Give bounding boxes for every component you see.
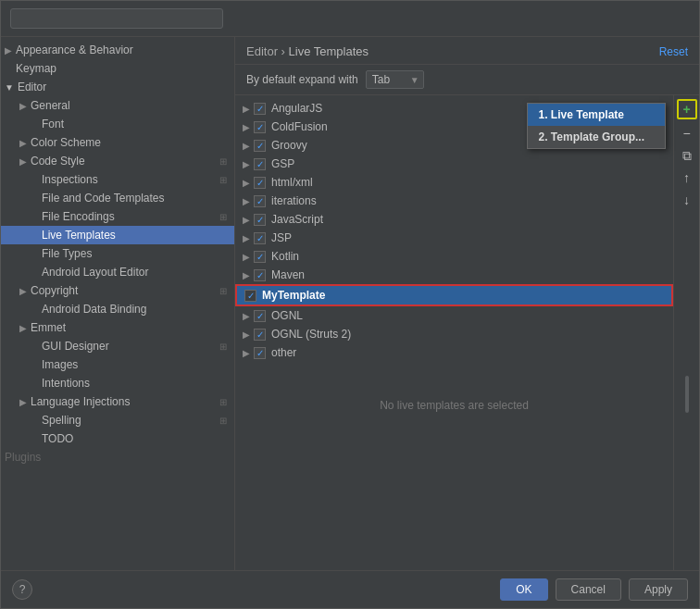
sidebar-item-general[interactable]: ▶ General	[1, 96, 234, 115]
checkbox-kotlin[interactable]	[254, 251, 266, 263]
checkbox-other[interactable]	[254, 347, 266, 359]
sidebar-item-copyright[interactable]: ▶ Copyright ⊞	[1, 281, 234, 300]
sidebar-label: Inspections	[42, 173, 98, 186]
sidebar-item-emmet[interactable]: ▶ Emmet	[1, 318, 234, 337]
sidebar-item-file-encodings[interactable]: File Encodings ⊞	[1, 207, 234, 226]
ok-button[interactable]: OK	[500, 578, 547, 601]
expand-select[interactable]: Tab Enter Space	[366, 70, 424, 89]
badge: ⊞	[219, 212, 227, 222]
help-button[interactable]: ?	[12, 579, 32, 600]
sidebar: ▶ Appearance & Behavior Keymap ▼ Editor …	[1, 37, 235, 570]
main-content: ▶ Appearance & Behavior Keymap ▼ Editor …	[1, 37, 699, 570]
checkbox-mytemplate[interactable]	[244, 290, 256, 302]
sidebar-label: Intentions	[42, 377, 90, 390]
group-label: AngularJS	[271, 102, 322, 115]
remove-button[interactable]: −	[677, 123, 697, 143]
sidebar-item-images[interactable]: Images	[1, 355, 234, 374]
sidebar-label: Emmet	[31, 321, 66, 334]
checkbox-jsp[interactable]	[254, 232, 266, 244]
sidebar-item-lang-injections[interactable]: ▶ Language Injections ⊞	[1, 392, 234, 411]
arrow-icon: ▶	[243, 329, 250, 340]
checkbox-gsp[interactable]	[254, 158, 266, 170]
checkbox-maven[interactable]	[254, 269, 266, 281]
sidebar-item-file-types[interactable]: File Types	[1, 244, 234, 263]
expand-label: By default expand with	[246, 73, 358, 86]
sidebar-label: Editor	[18, 81, 46, 93]
checkbox-coldfusion[interactable]	[254, 121, 266, 133]
template-group-ognl-struts[interactable]: ▶ OGNL (Struts 2)	[235, 325, 673, 343]
template-row-mytemplate[interactable]: MyTemplate	[235, 284, 673, 306]
badge: ⊞	[219, 286, 227, 296]
copy-icon: ⧉	[682, 148, 692, 164]
apply-button[interactable]: Apply	[629, 578, 688, 601]
move-up-button[interactable]: ↑	[677, 168, 697, 188]
template-group-kotlin[interactable]: ▶ Kotlin	[235, 247, 673, 266]
arrow-icon: ▶	[243, 122, 250, 132]
copy-button[interactable]: ⧉	[677, 145, 697, 166]
sidebar-item-color-scheme[interactable]: ▶ Color Scheme	[1, 133, 234, 152]
template-group-gsp[interactable]: ▶ GSP	[235, 155, 673, 173]
sidebar-item-android-layout[interactable]: Android Layout Editor	[1, 263, 234, 281]
sidebar-label: File and Code Templates	[42, 192, 165, 205]
template-group-maven[interactable]: ▶ Maven	[235, 266, 673, 284]
templates-area: ▶ AngularJS ▶ ColdFusion ▶ Groovy	[235, 95, 699, 570]
sidebar-item-live-templates[interactable]: Live Templates	[1, 226, 234, 244]
add-button[interactable]: + 1. Live Template 2. Template Group...	[677, 99, 697, 119]
sidebar-item-code-style[interactable]: ▶ Code Style ⊞	[1, 152, 234, 170]
sidebar-label: Font	[42, 118, 64, 130]
sidebar-item-spelling[interactable]: Spelling ⊞	[1, 411, 234, 429]
breadcrumb: Editor › Live Templates	[246, 44, 369, 58]
sidebar-label: Code Style	[31, 155, 85, 168]
sidebar-item-gui-designer[interactable]: GUI Designer ⊞	[1, 337, 234, 355]
template-group-other[interactable]: ▶ other	[235, 343, 673, 362]
template-group-iterations[interactable]: ▶ iterations	[235, 192, 673, 210]
sidebar-item-plugins[interactable]: Plugins	[1, 448, 234, 466]
dropdown-template-group[interactable]: 2. Template Group...	[528, 126, 665, 148]
arrow-icon: ▶	[19, 286, 27, 296]
expand-bar: By default expand with Tab Enter Space ▼	[235, 65, 699, 95]
arrow-icon: ▶	[19, 101, 27, 111]
sidebar-item-intentions[interactable]: Intentions	[1, 374, 234, 392]
template-group-javascript[interactable]: ▶ JavaScript	[235, 210, 673, 229]
group-label: OGNL (Struts 2)	[271, 328, 351, 341]
search-input[interactable]	[10, 8, 223, 29]
template-group-htmlxml[interactable]: ▶ html/xml	[235, 173, 673, 192]
group-label: iterations	[271, 194, 317, 207]
checkbox-groovy[interactable]	[254, 140, 266, 152]
cancel-button[interactable]: Cancel	[556, 578, 621, 601]
move-down-button[interactable]: ↓	[677, 190, 697, 210]
arrow-icon: ▶	[243, 252, 250, 262]
sidebar-label: Color Scheme	[31, 136, 101, 149]
sidebar-item-inspections[interactable]: Inspections ⊞	[1, 170, 234, 189]
arrow-icon: ▶	[243, 196, 250, 206]
group-label: JSP	[271, 231, 292, 244]
arrow-icon: ▶	[243, 104, 250, 114]
template-label: MyTemplate	[262, 289, 325, 302]
group-label: Groovy	[271, 139, 307, 152]
template-group-jsp[interactable]: ▶ JSP	[235, 229, 673, 247]
sidebar-item-keymap[interactable]: Keymap	[1, 59, 234, 78]
checkbox-htmlxml[interactable]	[254, 177, 266, 189]
sidebar-item-editor[interactable]: ▼ Editor	[1, 78, 234, 96]
scrollbar[interactable]	[685, 376, 689, 413]
dropdown-live-template[interactable]: 1. Live Template	[528, 104, 665, 126]
checkbox-javascript[interactable]	[254, 214, 266, 226]
arrow-icon: ▶	[19, 156, 27, 167]
sidebar-item-todo[interactable]: TODO	[1, 429, 234, 448]
search-bar	[1, 1, 699, 37]
sidebar-label: File Encodings	[42, 210, 115, 223]
checkbox-ognl[interactable]	[254, 310, 266, 322]
expand-select-wrapper: Tab Enter Space ▼	[366, 70, 424, 89]
checkbox-ognl-struts[interactable]	[254, 329, 266, 341]
templates-list: ▶ AngularJS ▶ ColdFusion ▶ Groovy	[235, 95, 673, 570]
sidebar-item-appearance[interactable]: ▶ Appearance & Behavior	[1, 41, 234, 59]
sidebar-item-font[interactable]: Font	[1, 115, 234, 133]
arrow-icon: ▶	[243, 141, 250, 151]
arrow-icon: ▶	[243, 233, 250, 243]
checkbox-iterations[interactable]	[254, 195, 266, 207]
template-group-ognl[interactable]: ▶ OGNL	[235, 306, 673, 325]
sidebar-item-android-data[interactable]: Android Data Binding	[1, 300, 234, 318]
sidebar-item-file-code-templates[interactable]: File and Code Templates	[1, 189, 234, 207]
reset-button[interactable]: Reset	[659, 45, 688, 58]
checkbox-angularjs[interactable]	[254, 103, 266, 115]
